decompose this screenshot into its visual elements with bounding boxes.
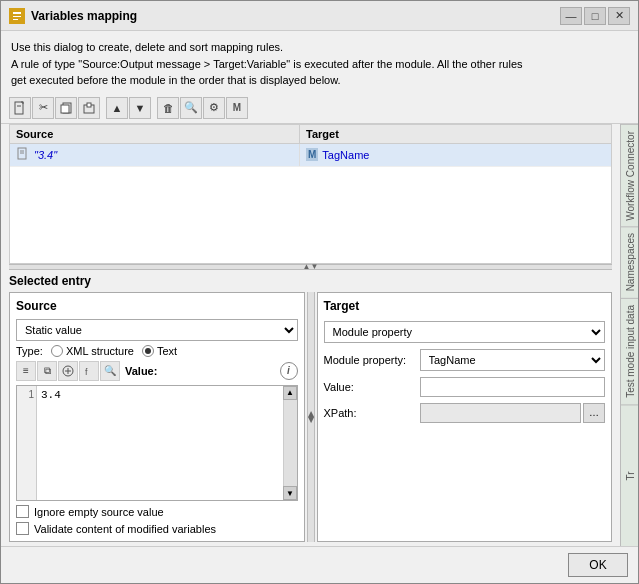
sidebar-namespaces[interactable]: Namespaces xyxy=(621,226,638,297)
source-cell: "3.4" xyxy=(10,144,300,166)
svg-rect-9 xyxy=(87,103,91,107)
description-line1: Use this dialog to create, delete and so… xyxy=(11,39,628,56)
text-radio[interactable]: Text xyxy=(142,345,177,357)
scroll-up-arrow[interactable]: ▲ xyxy=(283,386,297,400)
bottom-bar: OK xyxy=(1,546,638,583)
type-label: Type: xyxy=(16,345,43,357)
move-down-button[interactable]: ▼ xyxy=(129,97,151,119)
value-label: Value: xyxy=(125,365,157,377)
validate-content-checkbox[interactable] xyxy=(16,522,29,535)
module-property-dropdown-wrapper[interactable]: TagName xyxy=(420,349,606,371)
editor-list-btn[interactable]: ≡ xyxy=(16,361,36,381)
editor-scrollbar[interactable]: ▲ ▼ xyxy=(283,386,297,501)
right-sidebar: Workflow Connector Namespaces Test mode … xyxy=(620,124,638,547)
editor-content[interactable]: 3.4 xyxy=(37,386,283,501)
window-controls: — □ ✕ xyxy=(560,7,630,25)
source-panel: Source Static value XPath Variable Type: xyxy=(9,292,305,543)
delete-button[interactable]: 🗑 xyxy=(157,97,179,119)
scroll-down-arrow[interactable]: ▼ xyxy=(283,486,297,500)
target-panel: Target Module property Variable Module p… xyxy=(317,292,613,543)
variables-mapping-dialog: Variables mapping — □ ✕ Use this dialog … xyxy=(0,0,639,584)
svg-rect-4 xyxy=(15,102,23,114)
copy-button[interactable] xyxy=(55,97,77,119)
search-button[interactable]: 🔍 xyxy=(180,97,202,119)
editor-search-btn[interactable]: 🔍 xyxy=(100,361,120,381)
editor-copy-btn[interactable]: ⧉ xyxy=(37,361,57,381)
svg-rect-7 xyxy=(61,105,69,113)
target-cell-value: TagName xyxy=(322,149,369,161)
target-row-icon: M xyxy=(306,148,318,161)
description-line3: get executed before the module in the or… xyxy=(11,72,628,89)
target-type-dropdown[interactable]: Module property Variable xyxy=(324,321,606,343)
ok-button[interactable]: OK xyxy=(568,553,628,577)
main-left-panel: Source Target "3.4" M TagName xyxy=(1,124,620,547)
target-type-dropdown-wrapper[interactable]: Module property Variable xyxy=(324,321,606,343)
table-row[interactable]: "3.4" M TagName xyxy=(10,144,611,167)
close-button[interactable]: ✕ xyxy=(608,7,630,25)
description-area: Use this dialog to create, delete and so… xyxy=(1,31,638,93)
validate-content-checkbox-row[interactable]: Validate content of modified variables xyxy=(16,522,298,535)
main-content: Source Target "3.4" M TagName xyxy=(1,124,638,547)
source-type-dropdown[interactable]: Static value XPath Variable xyxy=(16,319,298,341)
selected-entry-section: Selected entry Source Static value XPath… xyxy=(1,270,620,547)
editor-ref-btn[interactable] xyxy=(58,361,78,381)
value-row: Value: xyxy=(324,377,606,397)
module-property-label: Module property: xyxy=(324,354,414,366)
xml-structure-radio[interactable]: XML structure xyxy=(51,345,134,357)
mapping-table: Source Target "3.4" M TagName xyxy=(9,124,612,264)
text-radio-btn[interactable] xyxy=(142,345,154,357)
source-row-icon xyxy=(16,147,30,163)
module-property-row: Module property: TagName xyxy=(324,349,606,371)
window-icon xyxy=(9,8,25,24)
xpath-field-wrapper: … xyxy=(420,403,606,423)
selected-entry-label: Selected entry xyxy=(9,274,612,288)
svg-rect-2 xyxy=(13,16,21,17)
module-button[interactable]: M xyxy=(226,97,248,119)
ignore-empty-checkbox[interactable] xyxy=(16,505,29,518)
divider-icon: ◀▶ xyxy=(306,411,315,423)
validate-content-label: Validate content of modified variables xyxy=(34,523,216,535)
minimize-button[interactable]: — xyxy=(560,7,582,25)
line-numbers: 1 xyxy=(17,386,37,501)
sidebar-workflow-connector[interactable]: Workflow Connector xyxy=(621,124,638,227)
xpath-label: XPath: xyxy=(324,407,414,419)
cut-button[interactable]: ✂ xyxy=(32,97,54,119)
xml-structure-radio-btn[interactable] xyxy=(51,345,63,357)
editor-func-btn[interactable]: f xyxy=(79,361,99,381)
svg-text:f: f xyxy=(85,367,88,377)
xpath-browse-button[interactable]: … xyxy=(583,403,605,423)
new-button[interactable] xyxy=(9,97,31,119)
target-panel-label: Target xyxy=(324,299,606,313)
module-property-dropdown[interactable]: TagName xyxy=(420,349,606,371)
maximize-button[interactable]: □ xyxy=(584,7,606,25)
window-title: Variables mapping xyxy=(31,9,554,23)
source-panel-label: Source xyxy=(16,299,298,313)
move-up-button[interactable]: ▲ xyxy=(106,97,128,119)
panels-row: Source Static value XPath Variable Type: xyxy=(9,292,612,543)
panel-divider[interactable]: ◀▶ xyxy=(307,292,315,543)
svg-rect-1 xyxy=(13,12,21,14)
title-bar: Variables mapping — □ ✕ xyxy=(1,1,638,31)
editor-toolbar: ≡ ⧉ f 🔍 Value: i xyxy=(16,361,298,381)
paste-button[interactable] xyxy=(78,97,100,119)
source-cell-value: "3.4" xyxy=(34,149,57,161)
source-type-dropdown-wrapper[interactable]: Static value XPath Variable xyxy=(16,319,298,341)
ignore-empty-checkbox-row[interactable]: Ignore empty source value xyxy=(16,505,298,518)
xpath-row: XPath: … xyxy=(324,403,606,423)
source-column-header: Source xyxy=(10,125,300,143)
mapping-toolbar: ✂ ▲ ▼ 🗑 🔍 ⚙ M xyxy=(1,93,638,124)
target-cell: M TagName xyxy=(300,144,611,166)
ignore-empty-label: Ignore empty source value xyxy=(34,506,164,518)
target-column-header: Target xyxy=(300,125,611,143)
settings-button[interactable]: ⚙ xyxy=(203,97,225,119)
svg-rect-3 xyxy=(13,19,18,20)
info-button[interactable]: i xyxy=(280,362,298,380)
text-label: Text xyxy=(157,345,177,357)
editor-area: 1 3.4 ▲ ▼ xyxy=(16,385,298,502)
xpath-input[interactable] xyxy=(420,403,582,423)
sidebar-tr[interactable]: Tr xyxy=(621,404,638,546)
type-row: Type: XML structure Text xyxy=(16,345,298,357)
description-line2: A rule of type "Source:Output message > … xyxy=(11,56,628,73)
value-input[interactable] xyxy=(420,377,606,397)
sidebar-test-mode[interactable]: Test mode input data xyxy=(621,298,638,404)
